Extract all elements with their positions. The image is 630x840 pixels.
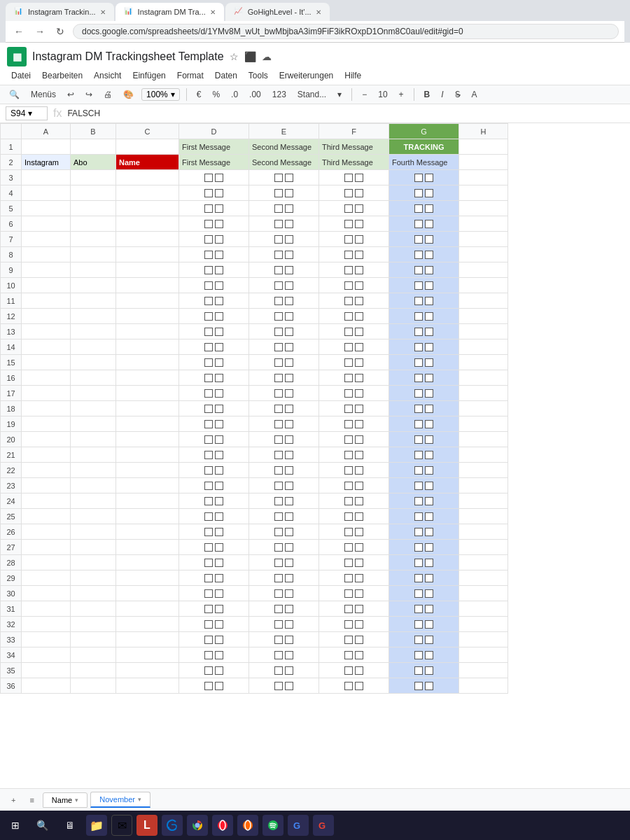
- nav-back-button[interactable]: ←: [11, 24, 27, 38]
- checkbox-icon[interactable]: [425, 281, 433, 290]
- cell-H32[interactable]: [459, 617, 508, 632]
- cell-A21[interactable]: [22, 447, 71, 463]
- sheet-tab-name-dropdown[interactable]: ▾: [75, 797, 78, 804]
- checkbox-icon[interactable]: [274, 636, 283, 644]
- cell-E6[interactable]: [249, 216, 319, 232]
- cell-H35[interactable]: [459, 663, 508, 678]
- cell-H12[interactable]: [459, 309, 508, 324]
- cell-f2[interactable]: Third Message: [319, 155, 389, 170]
- cell-F19[interactable]: [319, 416, 389, 432]
- cell-C18[interactable]: [116, 401, 179, 416]
- checkbox-icon[interactable]: [425, 512, 433, 521]
- checkbox-icon[interactable]: [355, 374, 363, 382]
- checkbox-icon[interactable]: [425, 497, 433, 505]
- taskbar-icon-google-blue[interactable]: G: [288, 815, 309, 836]
- cell-B3[interactable]: [71, 170, 116, 186]
- checkbox-icon[interactable]: [425, 374, 433, 382]
- checkbox-icon[interactable]: [425, 482, 433, 490]
- cell-e1[interactable]: Second Message: [249, 139, 319, 155]
- row-header-4[interactable]: 4: [1, 186, 22, 201]
- checkbox-icon[interactable]: [425, 636, 433, 644]
- cell-E8[interactable]: [249, 247, 319, 262]
- cell-E35[interactable]: [249, 663, 319, 678]
- cell-C3[interactable]: [116, 170, 179, 186]
- taskbar-icon-opera-red[interactable]: [212, 815, 233, 836]
- cell-H23[interactable]: [459, 478, 508, 493]
- checkbox-icon[interactable]: [425, 405, 433, 413]
- cell-D11[interactable]: [179, 293, 249, 309]
- checkbox-icon[interactable]: [355, 528, 363, 536]
- checkbox-icon[interactable]: [425, 312, 433, 321]
- cell-H22[interactable]: [459, 463, 508, 478]
- checkbox-icon[interactable]: [414, 651, 423, 659]
- font-size-plus[interactable]: +: [396, 88, 407, 101]
- checkbox-icon[interactable]: [204, 574, 213, 582]
- cell-F13[interactable]: [319, 324, 389, 340]
- checkbox-icon[interactable]: [355, 651, 363, 659]
- cell-E5[interactable]: [249, 201, 319, 216]
- menus-label[interactable]: Menüs: [27, 88, 59, 101]
- cell-A10[interactable]: [22, 278, 71, 293]
- row-header-10[interactable]: 10: [1, 278, 22, 293]
- checkbox-icon[interactable]: [355, 204, 363, 213]
- checkbox-icon[interactable]: [204, 266, 213, 274]
- checkbox-icon[interactable]: [215, 174, 223, 182]
- row-header-35[interactable]: 35: [1, 663, 22, 678]
- cell-D20[interactable]: [179, 432, 249, 447]
- cell-G26[interactable]: [389, 524, 459, 540]
- checkbox-icon[interactable]: [204, 435, 213, 444]
- cell-H5[interactable]: [459, 201, 508, 216]
- checkbox-icon[interactable]: [285, 389, 293, 398]
- checkbox-icon[interactable]: [274, 435, 283, 444]
- cell-D29[interactable]: [179, 570, 249, 586]
- cell-D18[interactable]: [179, 401, 249, 416]
- row-header-29[interactable]: 29: [1, 570, 22, 586]
- cell-G3[interactable]: [389, 170, 459, 186]
- checkbox-icon[interactable]: [274, 589, 283, 598]
- checkbox-icon[interactable]: [204, 559, 213, 567]
- checkbox-icon[interactable]: [285, 266, 293, 274]
- checkbox-icon[interactable]: [344, 405, 353, 413]
- cell-G17[interactable]: [389, 386, 459, 401]
- checkbox-icon[interactable]: [204, 405, 213, 413]
- checkbox-icon[interactable]: [425, 666, 433, 675]
- cell-F17[interactable]: [319, 386, 389, 401]
- checkbox-icon[interactable]: [425, 297, 433, 305]
- checkbox-icon[interactable]: [344, 466, 353, 475]
- checkbox-icon[interactable]: [355, 451, 363, 459]
- cell-C10[interactable]: [116, 278, 179, 293]
- checkbox-icon[interactable]: [414, 543, 423, 552]
- add-sheet-button[interactable]: +: [6, 794, 21, 806]
- browser-tab-2[interactable]: 📊 Instagram DM Tra... ✕: [115, 3, 224, 21]
- cell-B11[interactable]: [71, 293, 116, 309]
- checkbox-icon[interactable]: [215, 605, 223, 613]
- checkbox-icon[interactable]: [355, 682, 363, 690]
- cell-E7[interactable]: [249, 232, 319, 247]
- checkbox-icon[interactable]: [285, 435, 293, 444]
- cell-E19[interactable]: [249, 416, 319, 432]
- checkbox-icon[interactable]: [414, 251, 423, 259]
- cell-C34[interactable]: [116, 648, 179, 663]
- cell-E20[interactable]: [249, 432, 319, 447]
- checkbox-icon[interactable]: [414, 281, 423, 290]
- cell-B21[interactable]: [71, 447, 116, 463]
- browser-tab-1[interactable]: 📊 Instagram Trackin... ✕: [6, 3, 114, 21]
- cell-C24[interactable]: [116, 493, 179, 509]
- cell-A36[interactable]: [22, 678, 71, 694]
- checkbox-icon[interactable]: [344, 605, 353, 613]
- cell-B35[interactable]: [71, 663, 116, 678]
- cell-G10[interactable]: [389, 278, 459, 293]
- checkbox-icon[interactable]: [274, 482, 283, 490]
- checkbox-icon[interactable]: [425, 435, 433, 444]
- cell-D8[interactable]: [179, 247, 249, 262]
- cell-E16[interactable]: [249, 370, 319, 386]
- row-header-32[interactable]: 32: [1, 617, 22, 632]
- checkbox-icon[interactable]: [285, 666, 293, 675]
- cell-H17[interactable]: [459, 386, 508, 401]
- row-header-7[interactable]: 7: [1, 232, 22, 247]
- checkbox-icon[interactable]: [425, 358, 433, 367]
- cell-B13[interactable]: [71, 324, 116, 340]
- cell-B6[interactable]: [71, 216, 116, 232]
- cell-H10[interactable]: [459, 278, 508, 293]
- checkbox-icon[interactable]: [344, 297, 353, 305]
